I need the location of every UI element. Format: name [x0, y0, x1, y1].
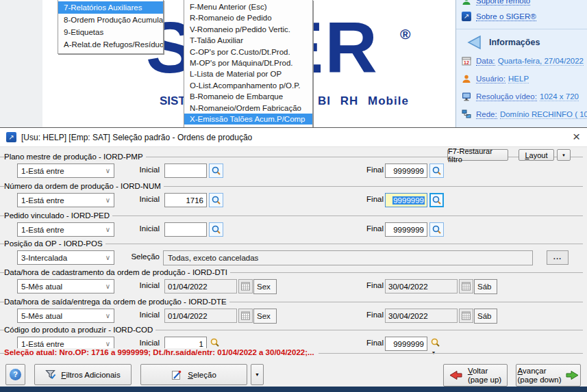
- filter-group-ped: Pedido vinculado - IORD-PED 1-Está entre…: [0, 211, 587, 241]
- network-icon: [462, 109, 471, 119]
- num-final-input-focused[interactable]: 9999999: [385, 193, 427, 207]
- dte-initial-calendar-button[interactable]: [238, 309, 253, 323]
- additional-filters-label: Filtros Adicionais: [61, 371, 120, 379]
- additional-filters-button[interactable]: Filtros Adicionais: [34, 364, 132, 385]
- pmp-final-input[interactable]: [385, 164, 427, 178]
- registered-mark: ®: [400, 26, 410, 42]
- close-icon[interactable]: ×: [573, 129, 580, 144]
- dte-operator-select[interactable]: 5-Mês atual∨: [17, 309, 114, 323]
- cod-final-search-button[interactable]: [430, 337, 440, 348]
- dti-initial-calendar-button[interactable]: [238, 279, 253, 293]
- dialog-titlebar: ↗ [Usu: HELP] [Emp: SAT] Seleção padrão …: [0, 128, 587, 147]
- submenu-item-ops-maquina[interactable]: M-OP's por Máquina/Dt.Prod.: [184, 57, 312, 68]
- menu-item-refugos-residuos[interactable]: A-Relat.de Refugos/Resíduos: [58, 38, 163, 51]
- cod-initial-search-button[interactable]: [210, 337, 220, 348]
- final-label: Final: [339, 339, 384, 347]
- submenu-item-romaneio-ordem-fabricacao[interactable]: N-Romaneio/Ordem Fabricação: [184, 103, 312, 114]
- back-button[interactable]: Voltar(page up): [443, 364, 508, 387]
- menu-item-relatorios-auxiliares[interactable]: 7-Relatórios Auxiliares: [58, 1, 163, 14]
- dti-final-date-input[interactable]: [385, 279, 458, 293]
- dropdown-arrow-icon: ▼: [255, 372, 260, 377]
- initial-label: Inicial: [110, 224, 160, 233]
- pmp-initial-search-button[interactable]: [209, 164, 223, 178]
- layout-button[interactable]: Layout: [519, 149, 554, 161]
- submenu-item-romaneio-pedido-vertical[interactable]: V-Romaneio p/Pedido Vertic.: [184, 24, 312, 35]
- calendar-icon: [462, 282, 471, 291]
- panel-divider: [456, 29, 587, 29]
- submenu-item-emissao-taloes[interactable]: X-Emissão Talões Acum.P/Comp: [184, 114, 312, 125]
- funnel-icon: [45, 369, 56, 380]
- dte-final-date-input[interactable]: [385, 309, 458, 323]
- submenu-item-romaneio-embarque[interactable]: B-Romaneio de Embarque: [184, 91, 312, 102]
- about-siger-link[interactable]: ↗ Sobre o SIGER®: [462, 12, 536, 21]
- search-icon: [432, 195, 442, 205]
- dti-initial-date-input[interactable]: [164, 279, 237, 293]
- pmp-operator-select[interactable]: 1-Está entre∨: [17, 164, 114, 178]
- dti-operator-select[interactable]: 5-Mês atual∨: [17, 279, 114, 293]
- filter-group-pmp: Plano mestre de produção - IORD-PMP F7-R…: [0, 153, 587, 182]
- num-final-search-button[interactable]: [429, 193, 444, 207]
- ped-final-input[interactable]: [385, 222, 427, 237]
- submenu-item-romaneio-pedido[interactable]: R-Romaneio de Pedido: [184, 12, 312, 23]
- pos-selection-field[interactable]: Todas, exceto canceladas: [163, 250, 533, 265]
- submenu-item-menu-anterior[interactable]: F-Menu Anterior (Esc): [184, 1, 312, 12]
- submenu-item-talao-auxiliar[interactable]: T-Talão Auxiliar: [184, 35, 312, 46]
- calendar-icon: [241, 311, 250, 320]
- submenu-item-lista-material[interactable]: L-Lista de Material por OP: [184, 68, 312, 79]
- selection-dropdown-button[interactable]: ▼: [251, 364, 264, 385]
- filter-group-num: Número da ordem de produção - IORD-NUM 1…: [0, 182, 587, 211]
- pos-more-button[interactable]: ...: [547, 250, 569, 265]
- submenu-relatorios-auxiliares: F-Menu Anterior (Esc) R-Romaneio de Pedi…: [184, 0, 313, 127]
- group-title-dti: Data/hora de cadastramento da ordem de p…: [4, 268, 230, 276]
- pmp-initial-input[interactable]: [164, 164, 207, 178]
- cod-final-input[interactable]: [385, 337, 427, 351]
- search-icon: [211, 224, 221, 235]
- submenu-item-ops-ccusto[interactable]: C-OP's por C.Custo/Dt.Prod.: [184, 47, 312, 57]
- remote-support-label: Suporte remoto: [476, 0, 530, 5]
- pmp-final-search-button[interactable]: [429, 164, 444, 178]
- num-operator-select[interactable]: 1-Está entre∨: [17, 193, 114, 207]
- submenu-item-list-acompanhamento[interactable]: O-List.Acompanhamento p/O.P.: [184, 80, 312, 91]
- num-initial-input[interactable]: [164, 193, 207, 207]
- help-button[interactable]: ?: [5, 364, 25, 385]
- initial-label: Inicial: [110, 339, 160, 347]
- dte-initial-date-input[interactable]: [164, 309, 237, 323]
- restore-filter-button[interactable]: F7-Restaurar filtro: [447, 149, 508, 161]
- info-row-resolution: Resolução vídeo: 1024 x 720: [462, 92, 579, 101]
- current-selection-status: Seleção atual: Nro.OP: 1716 a 9999999; D…: [4, 348, 319, 356]
- pos-operator-select[interactable]: 3-Intercalada∨: [17, 250, 114, 265]
- final-label: Final: [339, 166, 384, 174]
- final-label: Final: [339, 195, 384, 203]
- back-arrow-icon: [466, 34, 482, 51]
- group-title-pmp: Plano mestre de produção - IORD-PMP: [4, 153, 146, 161]
- app-background: SIGER ® SIST BI RH Mobile 7-Relatórios A…: [0, 0, 587, 127]
- info-row-network: Rede: Domínio RECHINFO ( 1000: [462, 109, 587, 119]
- calendar-icon: 12: [462, 56, 471, 66]
- ped-initial-search-button[interactable]: [209, 222, 223, 237]
- num-initial-search-button[interactable]: [209, 193, 223, 207]
- user-icon: [462, 74, 471, 83]
- ped-final-search-button[interactable]: [429, 222, 444, 237]
- final-label: Final: [339, 311, 384, 319]
- menu-item-ordem-producao-acumulada[interactable]: 8-Ordem Produção Acumulada: [58, 14, 163, 26]
- info-section-header: Informações: [466, 34, 540, 51]
- dialog-icon: ↗: [6, 132, 16, 142]
- calendar-icon: [241, 282, 250, 291]
- menu-item-etiquetas[interactable]: 9-Etiquetas: [58, 26, 163, 38]
- logo-tagline-left: SIST: [160, 94, 186, 108]
- selection-label: Seleção: [188, 371, 216, 379]
- selection-button[interactable]: Seleção: [140, 364, 247, 385]
- network-label: Rede:: [476, 110, 497, 119]
- dte-final-calendar-button[interactable]: [459, 309, 473, 323]
- search-icon: [210, 337, 220, 348]
- layout-dropdown-button[interactable]: ▼: [557, 149, 571, 161]
- ped-initial-input[interactable]: [164, 222, 207, 237]
- dte-final-weekday: Sáb: [474, 309, 497, 324]
- ped-operator-select[interactable]: 1-Está entre∨: [17, 222, 114, 237]
- search-icon: [432, 166, 442, 176]
- remote-support-link[interactable]: Suporte remoto: [462, 0, 530, 5]
- filter-group-pos: Posição da OP - IORD-POS 3-Intercalada∨ …: [0, 239, 587, 269]
- dti-final-calendar-button[interactable]: [459, 279, 473, 293]
- forward-button[interactable]: Avançar(page down): [516, 364, 581, 387]
- group-title-ped: Pedido vinculado - IORD-PED: [4, 211, 112, 220]
